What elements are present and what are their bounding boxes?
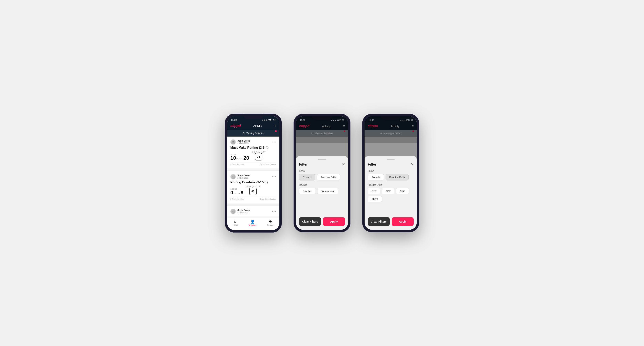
viewing-bar-1[interactable]: ⚙ Viewing Activities xyxy=(227,130,280,137)
filter-modal-3: Filter ✕ Show Rounds Practice Drills xyxy=(364,156,417,230)
show-label-3: Show xyxy=(368,170,414,173)
filter-rounds-section-2: Rounds Practice Tournament xyxy=(299,183,345,194)
more-dots-3[interactable]: ••• xyxy=(272,210,276,213)
home-icon: ⌂ xyxy=(234,219,236,223)
more-dots-1[interactable]: ••• xyxy=(272,141,276,144)
modal-handle-2 xyxy=(318,159,326,160)
user-name-2: Josh Coles xyxy=(238,174,250,177)
modal-close-3[interactable]: ✕ xyxy=(411,162,414,167)
scene: 11:33 ▲▲▲ WiFi 93 clippd Activity ≡ xyxy=(213,102,431,244)
nav-home-label: Home xyxy=(232,224,238,226)
practice-drills-filter-btn-2[interactable]: Practice Drills xyxy=(317,174,340,180)
avatar-1: JC xyxy=(230,139,236,145)
filter-show-section-2: Show Rounds Practice Drills xyxy=(299,170,345,180)
modal-title-3: Filter xyxy=(368,163,376,167)
filter-show-section-3: Show Rounds Practice Drills xyxy=(368,170,414,180)
activity-title-1: Must Make Putting (3-6 ft) xyxy=(230,146,276,150)
footer-info-2: Test Information xyxy=(232,198,244,200)
app-header-1: clippd Activity ≡ xyxy=(227,122,280,130)
avatar-2: JC xyxy=(230,174,236,179)
rounds-section-label-2: Rounds xyxy=(299,183,345,186)
nav-activities[interactable]: 👤 Activities xyxy=(248,219,256,226)
putt-btn-3[interactable]: PUTT xyxy=(368,196,382,202)
filter-modal-overlay-3: Filter ✕ Show Rounds Practice Drills xyxy=(364,116,417,230)
user-name-3: Josh Coles xyxy=(238,209,250,212)
user-date-3: 28 Feb 2023 xyxy=(238,212,250,214)
capture-icon: ⊕ xyxy=(269,219,272,224)
activity-item-2[interactable]: JC Josh Coles 28 Feb 2023 ••• Putting Co… xyxy=(227,171,280,203)
more-dots-2[interactable]: ••• xyxy=(272,175,276,178)
rounds-filter-btn-3[interactable]: Rounds xyxy=(368,174,384,180)
nav-capture-label: Capture xyxy=(267,224,274,226)
signal-icon-1: ▲▲▲ xyxy=(262,119,268,121)
clear-filters-btn-2[interactable]: Clear Filters xyxy=(299,217,321,226)
user-date-2: 28 Feb 2023 xyxy=(238,177,250,179)
info-icon-2: ℹ xyxy=(230,198,231,200)
user-name-1: Josh Coles xyxy=(238,140,250,142)
apply-btn-2[interactable]: Apply xyxy=(323,217,345,226)
clear-filters-btn-3[interactable]: Clear Filters xyxy=(368,217,390,226)
ott-btn-3[interactable]: OTT xyxy=(368,188,380,194)
activity-item-1[interactable]: JC Josh Coles 28 Feb 2023 ••• Must Make … xyxy=(227,137,280,168)
nav-home[interactable]: ⌂ Home xyxy=(232,219,238,226)
shots-value-1: 20 xyxy=(244,155,249,161)
red-dot-1 xyxy=(275,130,277,132)
phone-1: 11:33 ▲▲▲ WiFi 93 clippd Activity ≡ xyxy=(225,114,282,233)
header-title-1: Activity xyxy=(253,124,262,127)
score-value-1: 10 xyxy=(230,155,236,161)
modal-close-2[interactable]: ✕ xyxy=(342,162,345,167)
activity-list-1: JC Josh Coles 28 Feb 2023 ••• Must Make … xyxy=(227,137,280,217)
battery-icon-1: 93 xyxy=(273,119,276,121)
app-btn-3[interactable]: APP xyxy=(382,188,394,194)
modal-actions-2: Clear Filters Apply xyxy=(299,217,345,226)
pd-section-label-3: Practice Drills xyxy=(368,183,414,186)
bottom-nav-1: ⌂ Home 👤 Activities ⊕ Capture xyxy=(227,217,280,230)
shot-quality-badge-2: 45 xyxy=(249,188,257,195)
time-1: 11:33 xyxy=(231,119,237,121)
notch xyxy=(244,114,263,119)
modal-header-3: Filter ✕ xyxy=(368,162,414,167)
shots-value-2: 9 xyxy=(240,190,243,195)
practice-drills-filter-btn-3[interactable]: Practice Drills xyxy=(386,174,408,180)
sq-label-2: Shot Quality xyxy=(246,186,260,188)
activity-title-2: Putting Combine (3-15 ft) xyxy=(230,181,276,184)
viewing-bar-wrap-1: ⚙ Viewing Activities xyxy=(227,130,280,137)
modal-header-2: Filter ✕ xyxy=(299,162,345,167)
menu-icon-1[interactable]: ≡ xyxy=(274,124,276,128)
viewing-bar-text-1: Viewing Activities xyxy=(246,132,264,135)
show-label-2: Show xyxy=(299,170,345,173)
apply-btn-3[interactable]: Apply xyxy=(392,217,414,226)
footer-data-1: Data: Clippd Capture xyxy=(260,164,276,165)
nav-activities-label: Activities xyxy=(248,224,256,226)
practice-btn-2[interactable]: Practice xyxy=(299,188,316,194)
score-value-2: 0 xyxy=(230,190,233,195)
tournament-btn-2[interactable]: Tournament xyxy=(317,188,338,194)
activities-icon: 👤 xyxy=(250,219,255,224)
filter-modal-2: Filter ✕ Show Rounds Practice Drills xyxy=(296,156,348,230)
logo-1: clippd xyxy=(230,124,241,128)
shot-quality-badge-1: 75 xyxy=(255,153,262,161)
user-date-1: 28 Feb 2023 xyxy=(238,142,250,144)
modal-title-2: Filter xyxy=(299,163,308,167)
activity-item-3[interactable]: JC Josh Coles 28 Feb 2023 ••• xyxy=(227,206,280,216)
modal-actions-3: Clear Filters Apply xyxy=(368,217,414,226)
arg-btn-3[interactable]: ARG xyxy=(396,188,409,194)
info-icon-1: ℹ xyxy=(230,164,231,165)
footer-info-1: Test Information xyxy=(232,164,244,165)
filter-icon-1: ⚙ xyxy=(242,132,245,135)
modal-handle-3 xyxy=(387,159,394,160)
rounds-filter-btn-2[interactable]: Rounds xyxy=(299,174,315,180)
sq-label-1: Shot Quality xyxy=(252,151,266,153)
phone-3: 11:33 ▲▲▲ WiFi 93 clippd Activity ≡ xyxy=(362,114,419,232)
wifi-icon-1: WiFi xyxy=(268,119,272,121)
phone-2: 11:33 ▲▲▲ WiFi 93 clippd Activity ≡ xyxy=(294,114,350,232)
avatar-3: JC xyxy=(230,209,236,214)
filter-pd-section-3: Practice Drills OTT APP ARG PUTT xyxy=(368,183,414,202)
footer-data-2: Data: Clippd Capture xyxy=(260,198,276,200)
nav-capture[interactable]: ⊕ Capture xyxy=(267,219,274,226)
filter-modal-overlay-2: Filter ✕ Show Rounds Practice Drills xyxy=(296,116,348,230)
